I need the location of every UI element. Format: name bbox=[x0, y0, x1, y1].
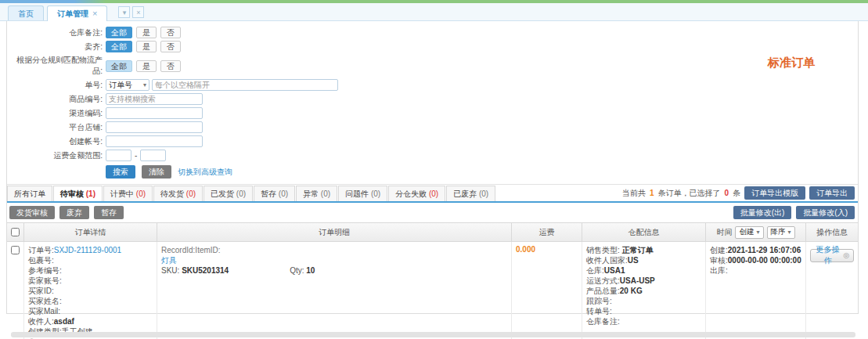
close-tab-icon[interactable]: × bbox=[92, 7, 97, 20]
status-tab-discarded[interactable]: 已废弃 (0) bbox=[446, 186, 495, 201]
filter-row-warehouse-note: 仓库备注: 全部 是 否 bbox=[7, 27, 858, 38]
filter-row-channel-code: 渠道编码: bbox=[7, 107, 858, 119]
operations-cell: 更多操作 ◎ bbox=[806, 242, 858, 339]
filter-row-product-code: 商品编号: bbox=[7, 93, 858, 105]
tab-count: (0) bbox=[371, 189, 380, 198]
tab-count: (0) bbox=[479, 189, 488, 198]
order-summary: 当前共 1 条订单，已选择了 0 条 订单导出模版 订单导出 bbox=[622, 186, 858, 201]
qty-value: 10 bbox=[306, 266, 315, 275]
select-all-checkbox[interactable] bbox=[11, 228, 20, 236]
status-tab-to-ship[interactable]: 待发货 (0) bbox=[153, 186, 203, 201]
order-management-screen: 首页 订单管理 × ▾ × 仓库备注: 全部 是 否 卖齐: 全部 是 否 bbox=[0, 0, 868, 339]
freight-max-input[interactable] bbox=[140, 150, 166, 161]
filter-row-platform-shop: 平台店铺: bbox=[7, 121, 858, 133]
export-button[interactable]: 订单导出 bbox=[809, 186, 855, 200]
warehouse-info-cell: 销售类型: 正常订单 收件人国家:US 仓库:USA1 运送方式:USA-USP… bbox=[582, 242, 706, 339]
filter-label: 商品编号: bbox=[7, 94, 106, 105]
status-tab-problem[interactable]: 问题件 (0) bbox=[338, 186, 387, 201]
time-field-select[interactable]: 创建 ▾ bbox=[735, 226, 763, 239]
status-tab-strip: 所有订单 待审核 (1) 计费中 (0) 待发货 (0) 已发货 (0) 暂存 … bbox=[7, 184, 858, 203]
header-operations: 操作信息 bbox=[806, 223, 858, 241]
tab-order-management[interactable]: 订单管理 × bbox=[47, 5, 107, 21]
status-tab-pending-review[interactable]: 待审核 (1) bbox=[53, 186, 103, 201]
channel-code-input[interactable] bbox=[106, 107, 203, 119]
more-actions-button[interactable]: 更多操作 ◎ bbox=[810, 249, 854, 262]
filter-row-maiqi: 卖齐: 全部 是 否 bbox=[7, 41, 858, 52]
order-number-link[interactable]: SXJD-211129-0001 bbox=[54, 246, 121, 254]
tab-count: (0) bbox=[186, 189, 196, 198]
header-freight: 运费 bbox=[512, 223, 582, 241]
content-panel: 仓库备注: 全部 是 否 卖齐: 全部 是 否 根据分仓规则匹配物流产品: 全部… bbox=[6, 21, 859, 314]
filter-option-all[interactable]: 全部 bbox=[106, 41, 132, 52]
filter-option-all[interactable]: 全部 bbox=[106, 60, 132, 72]
order-no-type-value: 订单号 bbox=[109, 80, 132, 91]
filter-label: 平台店铺: bbox=[7, 122, 106, 133]
tab-count: (0) bbox=[279, 189, 288, 198]
export-template-button[interactable]: 订单导出模版 bbox=[744, 186, 805, 200]
ship-review-button[interactable]: 发货审核 bbox=[9, 206, 55, 219]
tab-count: (0) bbox=[429, 189, 438, 198]
clear-button[interactable]: 清除 bbox=[142, 165, 171, 179]
hold-button[interactable]: 暂存 bbox=[94, 206, 124, 219]
horizontal-scrollbar[interactable] bbox=[11, 332, 855, 337]
freight-min-input[interactable] bbox=[106, 150, 131, 161]
platform-shop-input[interactable] bbox=[106, 121, 203, 133]
close-all-tabs-icon[interactable]: × bbox=[132, 6, 144, 18]
filter-option-yes[interactable]: 是 bbox=[136, 60, 157, 72]
time-cell: 创建:2021-11-29 16:07:06 审核:0000-00-00 00:… bbox=[706, 242, 806, 339]
tab-list-dropdown-icon[interactable]: ▾ bbox=[118, 6, 130, 18]
status-tab-billing[interactable]: 计费中 (0) bbox=[103, 186, 153, 201]
search-button[interactable]: 搜索 bbox=[106, 165, 135, 179]
tab-controls: ▾ × bbox=[118, 6, 144, 18]
status-tab-abnormal[interactable]: 异常 (0) bbox=[296, 186, 337, 201]
filter-option-no[interactable]: 否 bbox=[160, 27, 181, 38]
chevron-down-icon: ▾ bbox=[143, 81, 146, 88]
header-time: 时间 创建 ▾ 降序 ▾ bbox=[706, 223, 806, 241]
product-link[interactable]: 灯具 bbox=[161, 256, 177, 265]
filter-option-no[interactable]: 否 bbox=[160, 60, 181, 72]
status-tab-on-hold[interactable]: 暂存 (0) bbox=[254, 186, 295, 201]
status-tab-split-failed[interactable]: 分仓失败 (0) bbox=[388, 186, 445, 201]
filter-form: 仓库备注: 全部 是 否 卖齐: 全部 是 否 根据分仓规则匹配物流产品: 全部… bbox=[7, 21, 858, 184]
filter-option-all[interactable]: 全部 bbox=[106, 27, 132, 38]
create-account-input[interactable] bbox=[106, 135, 203, 147]
time-order-select[interactable]: 降序 ▾ bbox=[767, 226, 795, 239]
header-warehouse-info: 仓配信息 bbox=[582, 223, 706, 241]
filter-option-yes[interactable]: 是 bbox=[136, 27, 157, 38]
discard-button[interactable]: 废弃 bbox=[59, 206, 89, 219]
status-tab-shipped[interactable]: 已发货 (0) bbox=[203, 186, 253, 201]
order-detail-cell: 订单号:SXJD-211129-0001 包裹号: 参考编号: 卖家账号: 买家… bbox=[24, 242, 157, 339]
filter-buttons-row: 搜索 清除 切换到高级查询 bbox=[7, 165, 858, 179]
chevron-down-icon: ▾ bbox=[788, 229, 791, 236]
filter-option-yes[interactable]: 是 bbox=[136, 41, 157, 52]
filter-row-create-account: 创建帐号: bbox=[7, 135, 858, 147]
filter-label: 渠道编码: bbox=[7, 108, 106, 119]
filter-label: 运费金额范围: bbox=[7, 150, 106, 161]
tab-count: (0) bbox=[136, 189, 146, 198]
time-label: 时间 bbox=[716, 227, 732, 238]
table-header: 订单详情 订单明细 运费 仓配信息 时间 创建 ▾ 降序 ▾ 操作信息 bbox=[7, 222, 858, 242]
order-items-cell: RecordId:ItemID: 灯具 SKU: SKU5201314 Qty:… bbox=[157, 242, 512, 339]
chevron-down-icon: ▾ bbox=[756, 229, 759, 236]
tab-home[interactable]: 首页 bbox=[8, 5, 44, 20]
sku-value: SKU5201314 bbox=[182, 265, 229, 276]
record-id-label: RecordId:ItemID: bbox=[161, 245, 507, 255]
order-no-type-select[interactable]: 订单号 ▾ bbox=[106, 79, 149, 91]
tab-count: (0) bbox=[236, 189, 246, 198]
advanced-query-link[interactable]: 切换到高级查询 bbox=[178, 167, 232, 178]
range-separator: - bbox=[135, 151, 137, 160]
product-code-input[interactable] bbox=[106, 93, 203, 105]
filter-row-freight-range: 运费金额范围: - bbox=[7, 150, 858, 161]
status-tab-all-orders[interactable]: 所有订单 bbox=[7, 186, 52, 201]
gear-icon: ◎ bbox=[843, 251, 849, 259]
batch-modify-in-button[interactable]: 批量修改(入) bbox=[796, 206, 855, 219]
recipient-name: asdaf bbox=[54, 317, 74, 326]
filter-label: 根据分仓规则匹配物流产品: bbox=[7, 55, 106, 77]
total-count: 1 bbox=[650, 189, 654, 197]
filter-option-no[interactable]: 否 bbox=[160, 41, 181, 52]
qty-label: Qty: bbox=[290, 266, 304, 275]
order-no-input[interactable] bbox=[152, 79, 338, 91]
batch-modify-out-button[interactable]: 批量修改(出) bbox=[733, 206, 792, 219]
filter-label: 创建帐号: bbox=[7, 136, 106, 147]
row-checkbox[interactable] bbox=[11, 246, 20, 254]
